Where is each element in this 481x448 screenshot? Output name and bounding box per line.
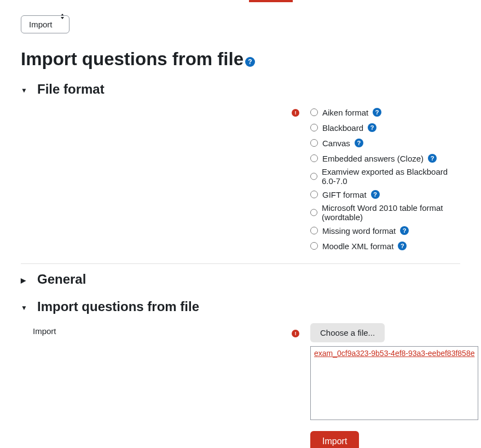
help-icon[interactable]: ? <box>245 57 255 67</box>
page-title-text: Import questions from file <box>21 49 244 69</box>
action-dropdown[interactable]: Import <box>21 15 69 33</box>
radio-label: Embedded answers (Cloze) <box>322 154 424 163</box>
section-header-file-format[interactable]: File format <box>21 82 460 97</box>
radio-input[interactable] <box>310 124 318 131</box>
radio-option-cloze[interactable]: Embedded answers (Cloze) ? <box>310 152 460 165</box>
help-icon[interactable]: ? <box>428 154 437 163</box>
radio-option-aiken[interactable]: Aiken format ? <box>310 106 460 119</box>
import-submit-button[interactable]: Import <box>310 431 359 448</box>
radio-input[interactable] <box>310 173 317 180</box>
radio-option-wordtable[interactable]: Microsoft Word 2010 table format (wordta… <box>310 203 460 222</box>
help-icon[interactable]: ? <box>368 123 376 132</box>
required-icon: ! <box>292 330 299 337</box>
required-icon: ! <box>292 109 299 117</box>
radio-option-missingword[interactable]: Missing word format ? <box>310 224 460 237</box>
radio-option-examview[interactable]: Examview exported as Blackboard 6.0-7.0 <box>310 167 460 186</box>
choose-file-button[interactable]: Choose a file... <box>310 323 385 342</box>
action-dropdown-wrap: Import <box>21 2 69 33</box>
section-body-import-file: Import ! Choose a file... exam_0cf9a323-… <box>21 323 460 448</box>
section-title-general: General <box>37 272 86 287</box>
radio-option-moodlexml[interactable]: Moodle XML format ? <box>310 239 460 252</box>
section-title-import-file: Import questions from file <box>37 299 199 314</box>
radio-input[interactable] <box>310 139 318 147</box>
radio-label: Examview exported as Blackboard 6.0-7.0 <box>322 167 460 186</box>
section-header-import-file[interactable]: Import questions from file <box>21 299 460 314</box>
chevron-down-icon <box>21 84 37 95</box>
uploaded-file-name[interactable]: exam_0cf9a323-9b53-4ef8-93a3-eebef83f858… <box>314 349 474 358</box>
help-icon[interactable]: ? <box>355 139 363 147</box>
page-title: Import questions from file? <box>21 49 460 70</box>
help-icon[interactable]: ? <box>371 190 380 199</box>
divider <box>21 263 460 264</box>
radio-option-canvas[interactable]: Canvas ? <box>310 136 460 150</box>
radio-label: Blackboard <box>322 123 363 133</box>
chevron-right-icon <box>21 274 37 285</box>
section-header-general[interactable]: General <box>21 272 460 287</box>
radio-option-blackboard[interactable]: Blackboard ? <box>310 121 460 134</box>
help-icon[interactable]: ? <box>373 108 381 117</box>
section-body-file-format: ! Aiken format ? Blackboard ? <box>21 106 460 252</box>
radio-label: Aiken format <box>322 108 368 117</box>
help-icon[interactable]: ? <box>400 226 409 235</box>
radio-input[interactable] <box>310 108 318 116</box>
file-drop-area[interactable]: exam_0cf9a323-9b53-4ef8-93a3-eebef83f858… <box>310 346 478 420</box>
import-field-label: Import <box>21 323 292 336</box>
radio-option-gift[interactable]: GIFT format ? <box>310 188 460 201</box>
radio-label: Microsoft Word 2010 table format (wordta… <box>322 203 460 222</box>
radio-input[interactable] <box>310 227 318 234</box>
help-icon[interactable]: ? <box>398 242 407 250</box>
radio-label: GIFT format <box>322 190 367 199</box>
radio-label: Moodle XML format <box>322 242 393 251</box>
section-title-file-format: File format <box>37 82 105 97</box>
chevron-down-icon <box>21 301 37 313</box>
radio-input[interactable] <box>310 209 317 216</box>
radio-input[interactable] <box>310 154 318 162</box>
radio-input[interactable] <box>310 242 318 250</box>
file-format-radio-group: Aiken format ? Blackboard ? Canvas ? <box>310 106 460 252</box>
radio-input[interactable] <box>310 191 318 198</box>
radio-label: Canvas <box>322 139 350 148</box>
radio-label: Missing word format <box>322 226 396 236</box>
